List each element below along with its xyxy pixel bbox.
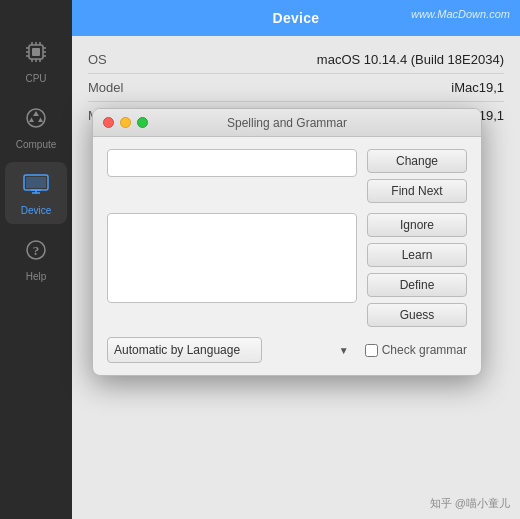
info-value-model: iMac19,1: [451, 80, 504, 95]
guess-button[interactable]: Guess: [367, 303, 467, 327]
device-icon: [22, 171, 50, 203]
sidebar-item-label-compute: Compute: [16, 139, 57, 150]
compute-icon: [23, 105, 49, 137]
grammar-check-row: Check grammar: [365, 343, 467, 357]
minimize-button[interactable]: [120, 117, 131, 128]
primary-buttons: Change Find Next: [367, 149, 467, 203]
sidebar-item-compute[interactable]: Compute: [5, 96, 67, 158]
info-value-os: macOS 10.14.4 (Build 18E2034): [317, 52, 504, 67]
svg-rect-19: [26, 177, 46, 188]
info-row-model: Model iMac19,1: [88, 74, 504, 102]
sidebar-item-label-device: Device: [21, 205, 52, 216]
sidebar-item-help[interactable]: ? Help: [5, 228, 67, 290]
cpu-icon: [23, 39, 49, 71]
spelling-grammar-dialog: Spelling and Grammar Change Find Next Ig…: [92, 108, 482, 376]
svg-rect-1: [32, 48, 40, 56]
sidebar-item-device[interactable]: Device: [5, 162, 67, 224]
svg-marker-16: [38, 117, 43, 122]
dialog-top-row: Change Find Next: [107, 149, 467, 203]
dialog-body: Change Find Next Ignore Learn Define Gue…: [93, 137, 481, 375]
select-arrow-icon: ▼: [339, 345, 349, 356]
sidebar-item-cpu[interactable]: CPU: [5, 30, 67, 92]
watermark: www.MacDown.com: [411, 8, 510, 20]
dialog-middle-row: Ignore Learn Define Guess: [107, 213, 467, 327]
spell-check-input[interactable]: [107, 149, 357, 177]
info-row-os: OS macOS 10.14.4 (Build 18E2034): [88, 46, 504, 74]
grammar-check-checkbox[interactable]: [365, 344, 378, 357]
help-icon: ?: [23, 237, 49, 269]
language-select-wrapper: Automatic by Language English French Ger…: [107, 337, 355, 363]
info-label-model: Model: [88, 80, 123, 95]
language-select[interactable]: Automatic by Language English French Ger…: [107, 337, 262, 363]
find-next-button[interactable]: Find Next: [367, 179, 467, 203]
traffic-lights: [103, 117, 148, 128]
maximize-button[interactable]: [137, 117, 148, 128]
sidebar: CPU Compute Device: [0, 0, 72, 519]
grammar-check-label: Check grammar: [382, 343, 467, 357]
info-label-os: OS: [88, 52, 107, 67]
ignore-button[interactable]: Ignore: [367, 213, 467, 237]
dialog-title: Spelling and Grammar: [227, 116, 347, 130]
dialog-overlay: Spelling and Grammar Change Find Next Ig…: [92, 108, 520, 519]
sidebar-item-label-help: Help: [26, 271, 47, 282]
learn-button[interactable]: Learn: [367, 243, 467, 267]
main-content: Device www.MacDown.com OS macOS 10.14.4 …: [72, 0, 520, 519]
change-button[interactable]: Change: [367, 149, 467, 173]
svg-text:?: ?: [33, 243, 40, 258]
header-title: Device: [273, 10, 320, 26]
suggestions-textarea[interactable]: [107, 213, 357, 303]
sidebar-item-label-cpu: CPU: [25, 73, 46, 84]
svg-marker-17: [29, 117, 34, 122]
define-button[interactable]: Define: [367, 273, 467, 297]
secondary-buttons: Ignore Learn Define Guess: [367, 213, 467, 327]
dialog-bottom-row: Automatic by Language English French Ger…: [107, 337, 467, 363]
close-button[interactable]: [103, 117, 114, 128]
svg-marker-15: [33, 111, 39, 116]
header: Device www.MacDown.com: [72, 0, 520, 36]
dialog-titlebar: Spelling and Grammar: [93, 109, 481, 137]
